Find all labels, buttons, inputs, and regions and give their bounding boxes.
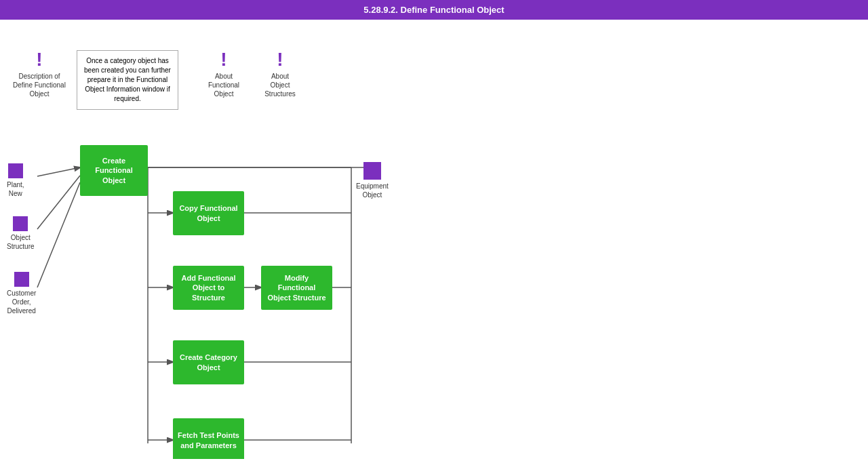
annotation-about-fo: ! AboutFunctionalObject — [197, 50, 251, 98]
header-title: 5.28.9.2. Define Functional Object — [363, 5, 504, 15]
box-add-fo-label: Add FunctionalObject toStructure — [181, 273, 235, 302]
sidebar-item-object-structure: ObjectStructure — [7, 216, 35, 251]
annotation-desc-label: Description ofDefine FunctionalObject — [5, 72, 73, 98]
exclaim-icon-desc: ! — [5, 50, 73, 69]
box-copy-fo-label: Copy FunctionalObject — [179, 203, 237, 223]
equipment-icon — [363, 162, 381, 180]
svg-line-0 — [37, 167, 80, 176]
box-create-cat[interactable]: Create CategoryObject — [173, 340, 244, 384]
info-box-text: Once a category object has been created … — [84, 57, 171, 102]
annotation-description: ! Description ofDefine FunctionalObject — [5, 50, 73, 98]
box-create-cat-label: Create CategoryObject — [180, 353, 237, 372]
plant-label: Plant,New — [7, 180, 24, 198]
equipment-object: EquipmentObject — [356, 162, 389, 199]
customer-order-icon — [14, 272, 29, 287]
customer-order-label: CustomerOrder,Delivered — [7, 289, 36, 315]
svg-line-1 — [37, 176, 80, 229]
exclaim-icon-aos: ! — [253, 50, 307, 69]
box-create-fo[interactable]: CreateFunctionalObject — [80, 145, 148, 196]
object-structure-label: ObjectStructure — [7, 233, 35, 251]
annotation-aos-label: AboutObjectStructures — [253, 72, 307, 98]
annotation-afo-label: AboutFunctionalObject — [197, 72, 251, 98]
sidebar-item-plant: Plant,New — [7, 163, 24, 198]
plant-icon — [8, 163, 23, 178]
annotation-about-os: ! AboutObjectStructures — [253, 50, 307, 98]
page-header: 5.28.9.2. Define Functional Object — [0, 0, 868, 20]
box-fetch-tp[interactable]: Fetch Test Pointsand Parameters — [173, 418, 244, 459]
box-modify-fo-label: ModifyFunctionalObject Structure — [267, 273, 326, 302]
object-structure-icon — [13, 216, 28, 231]
svg-line-2 — [37, 182, 80, 287]
equipment-label: EquipmentObject — [356, 182, 389, 199]
box-create-fo-label: CreateFunctionalObject — [95, 156, 133, 185]
box-add-fo[interactable]: Add FunctionalObject toStructure — [173, 266, 244, 310]
sidebar-item-customer-order: CustomerOrder,Delivered — [7, 272, 36, 315]
box-fetch-tp-label: Fetch Test Pointsand Parameters — [178, 430, 239, 450]
box-copy-fo[interactable]: Copy FunctionalObject — [173, 191, 244, 235]
exclaim-icon-afo: ! — [197, 50, 251, 69]
box-modify-fo[interactable]: ModifyFunctionalObject Structure — [261, 266, 332, 310]
info-box: Once a category object has been created … — [77, 50, 178, 110]
